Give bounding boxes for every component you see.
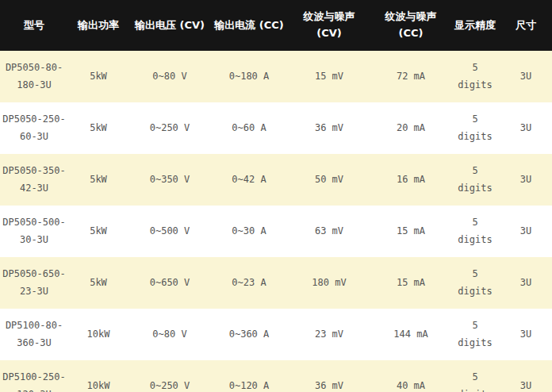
table-cell: 63 mV — [287, 206, 371, 257]
table-cell: 5kW — [68, 257, 128, 309]
model-cell: DP5050-650-23-3U — [0, 257, 68, 309]
table-cell: 5 digits — [450, 360, 500, 392]
table-cell: 10kW — [68, 360, 128, 392]
table-cell: 10kW — [68, 309, 128, 360]
table-cell: 0~500 V — [128, 206, 211, 257]
table-row: DP5050-650-23-3U5kW0~650 V0~23 A180 mV15… — [0, 257, 552, 309]
column-header: 输出电压 (CV) — [128, 0, 211, 51]
table-cell: 16 mA — [371, 154, 450, 206]
model-cell: DP5050-250-60-3U — [0, 102, 68, 154]
column-header: 显示精度 — [450, 0, 500, 51]
table-cell: 15 mA — [371, 257, 450, 309]
table-cell: 0~250 V — [128, 360, 211, 392]
table-cell: 0~250 V — [128, 102, 211, 154]
table-cell: 3U — [500, 102, 552, 154]
table-cell: 72 mA — [371, 51, 450, 102]
table-cell: 3U — [500, 257, 552, 309]
table-cell: 3U — [500, 206, 552, 257]
table-row: DP5050-80-180-3U5kW0~80 V0~180 A15 mV72 … — [0, 51, 552, 102]
table-row: DP5050-350-42-3U5kW0~350 V0~42 A50 mV16 … — [0, 154, 552, 206]
table-cell: 15 mA — [371, 206, 450, 257]
table-cell: 36 mV — [287, 102, 371, 154]
table-cell: 3U — [500, 51, 552, 102]
table-row: DP5100-250-120-3U10kW0~250 V0~120 A36 mV… — [0, 360, 552, 392]
table-cell: 0~180 A — [211, 51, 287, 102]
model-cell: DP5100-250-120-3U — [0, 360, 68, 392]
table-row: DP5050-500-30-3U5kW0~500 V0~30 A63 mV15 … — [0, 206, 552, 257]
table-cell: 5kW — [68, 51, 128, 102]
table-cell: 5 digits — [450, 51, 500, 102]
table-cell: 3U — [500, 309, 552, 360]
table-cell: 0~80 V — [128, 51, 211, 102]
table-cell: 23 mV — [287, 309, 371, 360]
table-cell: 0~120 A — [211, 360, 287, 392]
table-cell: 180 mV — [287, 257, 371, 309]
table-cell: 5 digits — [450, 257, 500, 309]
header-row: 型号输出功率输出电压 (CV)输出电流 (CC)纹波与噪声 (CV)纹波与噪声 … — [0, 0, 552, 51]
table-cell: 0~650 V — [128, 257, 211, 309]
table-cell: 5 digits — [450, 102, 500, 154]
table-cell: 0~30 A — [211, 206, 287, 257]
table-cell: 0~350 V — [128, 154, 211, 206]
table-cell: 5 digits — [450, 206, 500, 257]
model-cell: DP5050-80-180-3U — [0, 51, 68, 102]
table-cell: 5kW — [68, 206, 128, 257]
table-cell: 144 mA — [371, 309, 450, 360]
table-cell: 3U — [500, 154, 552, 206]
model-cell: DP5050-350-42-3U — [0, 154, 68, 206]
model-cell: DP5050-500-30-3U — [0, 206, 68, 257]
table-cell: 0~42 A — [211, 154, 287, 206]
column-header: 纹波与噪声 (CC) — [371, 0, 450, 51]
column-header: 输出功率 — [68, 0, 128, 51]
table-cell: 3U — [500, 360, 552, 392]
column-header: 型号 — [0, 0, 68, 51]
table-cell: 0~60 A — [211, 102, 287, 154]
table-cell: 20 mA — [371, 102, 450, 154]
model-cell: DP5100-80-360-3U — [0, 309, 68, 360]
column-header: 尺寸 — [500, 0, 552, 51]
table-cell: 50 mV — [287, 154, 371, 206]
table-cell: 15 mV — [287, 51, 371, 102]
table-cell: 5 digits — [450, 309, 500, 360]
table-cell: 40 mA — [371, 360, 450, 392]
table-header: 型号输出功率输出电压 (CV)输出电流 (CC)纹波与噪声 (CV)纹波与噪声 … — [0, 0, 552, 51]
table-body: DP5050-80-180-3U5kW0~80 V0~180 A15 mV72 … — [0, 51, 552, 392]
table-cell: 36 mV — [287, 360, 371, 392]
spec-table: 型号输出功率输出电压 (CV)输出电流 (CC)纹波与噪声 (CV)纹波与噪声 … — [0, 0, 552, 392]
table-cell: 0~80 V — [128, 309, 211, 360]
table-cell: 5kW — [68, 154, 128, 206]
column-header: 纹波与噪声 (CV) — [287, 0, 371, 51]
table-row: DP5100-80-360-3U10kW0~80 V0~360 A23 mV14… — [0, 309, 552, 360]
table-cell: 5kW — [68, 102, 128, 154]
table-row: DP5050-250-60-3U5kW0~250 V0~60 A36 mV20 … — [0, 102, 552, 154]
table-cell: 0~23 A — [211, 257, 287, 309]
table-cell: 5 digits — [450, 154, 500, 206]
column-header: 输出电流 (CC) — [211, 0, 287, 51]
table-cell: 0~360 A — [211, 309, 287, 360]
